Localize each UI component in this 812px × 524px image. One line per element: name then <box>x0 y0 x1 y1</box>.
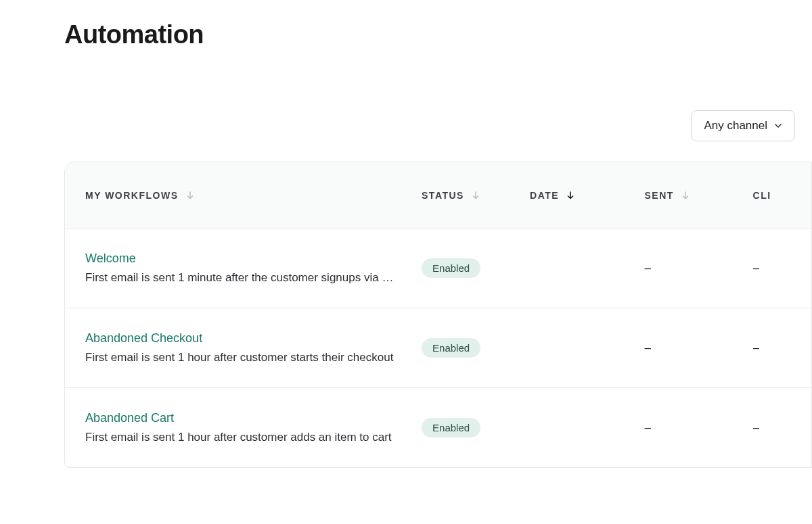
arrow-down-icon <box>471 191 480 200</box>
column-header-sent[interactable]: Sent <box>645 190 753 201</box>
status-badge: Enabled <box>422 338 480 358</box>
table-header-row: My Workflows Status Date Sent <box>65 162 811 229</box>
workflow-name-link[interactable]: Welcome <box>85 252 422 266</box>
table-row: Abandoned Cart First email is sent 1 hou… <box>65 387 811 467</box>
workflows-table: My Workflows Status Date Sent <box>64 162 812 468</box>
workflow-description: First email is sent 1 hour after custome… <box>85 351 422 364</box>
filters-bar: Any channel <box>64 110 812 141</box>
workflow-name-link[interactable]: Abandoned Checkout <box>85 331 422 346</box>
page-title: Automation <box>64 20 812 49</box>
channel-filter-button[interactable]: Any channel <box>691 110 795 141</box>
arrow-down-icon <box>681 191 690 200</box>
status-badge: Enabled <box>422 418 480 437</box>
column-header-workflows[interactable]: My Workflows <box>85 190 422 201</box>
column-header-date[interactable]: Date <box>530 190 644 201</box>
click-cell: – <box>753 421 759 435</box>
column-header-workflows-label: My Workflows <box>85 190 179 201</box>
chevron-down-icon <box>774 122 782 130</box>
sent-cell: – <box>645 341 651 355</box>
sent-cell: – <box>645 262 651 275</box>
workflow-description: First email is sent 1 minute after the c… <box>85 271 422 285</box>
column-header-date-label: Date <box>530 190 559 201</box>
column-header-sent-label: Sent <box>645 190 674 201</box>
column-header-status[interactable]: Status <box>422 190 530 201</box>
table-body: Welcome First email is sent 1 minute aft… <box>65 229 811 467</box>
table-row: Abandoned Checkout First email is sent 1… <box>65 308 811 387</box>
channel-filter-label: Any channel <box>704 119 767 133</box>
column-header-click[interactable]: CLI <box>753 190 791 201</box>
sent-cell: – <box>645 421 651 435</box>
workflow-description: First email is sent 1 hour after custome… <box>85 431 422 444</box>
click-cell: – <box>753 262 759 275</box>
arrow-down-icon <box>566 191 575 200</box>
column-header-status-label: Status <box>422 190 464 201</box>
table-row: Welcome First email is sent 1 minute aft… <box>65 229 811 308</box>
column-header-click-label: CLI <box>753 190 771 201</box>
status-badge: Enabled <box>422 258 480 278</box>
workflow-name-link[interactable]: Abandoned Cart <box>85 411 422 425</box>
click-cell: – <box>753 341 759 355</box>
arrow-down-icon <box>185 191 195 200</box>
